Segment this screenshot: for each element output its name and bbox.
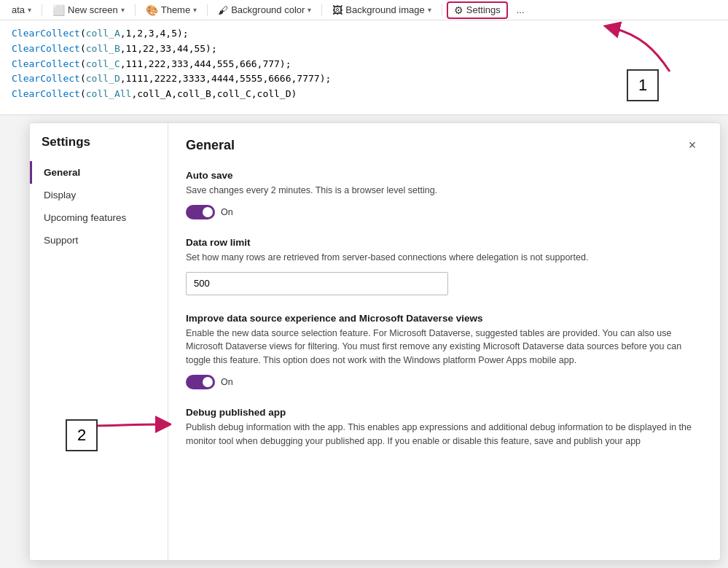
auto-save-toggle[interactable] [186,205,215,219]
auto-save-toggle-label: On [221,207,233,217]
sidebar-item-display[interactable]: Display [30,184,168,206]
dialog-title: General [186,138,235,153]
background-image-icon: 🖼 [332,4,343,16]
section-improve-data-source: Improve data source experience and Micro… [186,313,702,389]
toolbar-separator-1 [42,4,42,16]
code-keyword-3: ClearCollect [12,58,80,69]
background-color-icon: 🖌 [218,4,228,16]
improve-data-source-desc: Enable the new data source selection fea… [186,327,702,367]
ata-label: ata [12,4,25,15]
data-row-limit-desc: Set how many rows are retrieved from ser… [186,251,702,265]
debug-published-app-desc: Publish debug information with the app. … [186,421,702,448]
more-label: ... [517,4,525,15]
auto-save-toggle-row: On [186,205,702,219]
settings-sidebar: Settings General Display Upcoming featur… [30,123,168,560]
sidebar-title: Settings [30,135,168,161]
theme-chevron: ▾ [193,6,197,14]
auto-save-desc: Save changes every 2 minutes. This is a … [186,184,702,198]
main-area: Settings General Display Upcoming featur… [0,115,728,568]
annotation-number-1: 1 [627,69,659,101]
debug-published-app-title: Debug published app [186,407,702,418]
section-data-row-limit: Data row limit Set how many rows are ret… [186,237,702,295]
settings-dialog: Settings General Display Upcoming featur… [29,122,721,561]
toolbar: ata ▾ ⬜ New screen ▾ 🎨 Theme ▾ 🖌 Backgro… [0,0,728,20]
toolbar-item-settings[interactable]: ⚙ Settings [447,1,508,19]
code-line-2: ClearCollect(coll_B,11,22,33,44,55); [12,42,716,57]
code-line-3: ClearCollect(coll_C,111,222,333,444,555,… [12,57,716,72]
toolbar-item-background-color[interactable]: 🖌 Background color ▾ [212,1,317,19]
section-auto-save: Auto save Save changes every 2 minutes. … [186,170,702,219]
dialog-header: General × [186,135,702,155]
code-line-4: ClearCollect(coll_D,1111,2222,3333,4444,… [12,71,716,87]
toolbar-separator-4 [321,4,322,16]
data-row-limit-input[interactable] [186,272,448,295]
code-line-1: ClearCollect(coll_A,1,2,3,4,5); [12,26,716,42]
settings-label: Settings [466,4,501,15]
annotation-number-2: 2 [66,419,98,451]
theme-icon: 🎨 [146,4,158,16]
code-line-5: ClearCollect(coll_All,coll_A,coll_B,coll… [12,87,716,102]
toolbar-separator-3 [207,4,208,16]
sidebar-item-support[interactable]: Support [30,229,168,252]
toolbar-item-theme[interactable]: 🎨 Theme ▾ [140,1,203,19]
dialog-content: General × Auto save Save changes every 2… [168,123,720,560]
improve-data-source-title: Improve data source experience and Micro… [186,313,702,324]
settings-icon: ⚙ [454,4,463,16]
ata-chevron: ▾ [28,6,31,14]
auto-save-title: Auto save [186,170,702,181]
background-color-chevron: ▾ [308,6,311,14]
improve-data-source-toggle-label: On [221,377,233,387]
toolbar-item-ata[interactable]: ata ▾ [6,1,37,19]
improve-data-source-toggle-row: On [186,375,702,389]
toolbar-item-background-image[interactable]: 🖼 Background image ▾ [326,1,437,19]
sidebar-item-general[interactable]: General [30,161,168,184]
toolbar-separator-2 [135,4,136,16]
new-screen-chevron: ▾ [121,6,125,14]
code-keyword-4: ClearCollect [12,73,80,84]
toolbar-separator-5 [442,4,442,16]
code-keyword-2: ClearCollect [12,43,80,54]
code-keyword-1: ClearCollect [12,28,80,39]
background-color-label: Background color [231,4,305,15]
background-image-chevron: ▾ [428,6,431,14]
theme-label: Theme [161,4,190,15]
code-area: ClearCollect(coll_A,1,2,3,4,5); ClearCol… [0,20,728,115]
toolbar-item-new-screen[interactable]: ⬜ New screen ▾ [47,1,130,19]
data-row-limit-title: Data row limit [186,237,702,248]
background-image-label: Background image [345,4,424,15]
improve-data-source-toggle[interactable] [186,375,215,389]
new-screen-label: New screen [68,4,118,15]
toolbar-item-more[interactable]: ... [511,1,531,19]
code-keyword-5: ClearCollect [12,88,80,99]
new-screen-icon: ⬜ [52,4,65,16]
sidebar-item-upcoming-features[interactable]: Upcoming features [30,206,168,229]
section-debug-published-app: Debug published app Publish debug inform… [186,407,702,448]
close-button[interactable]: × [682,135,702,155]
